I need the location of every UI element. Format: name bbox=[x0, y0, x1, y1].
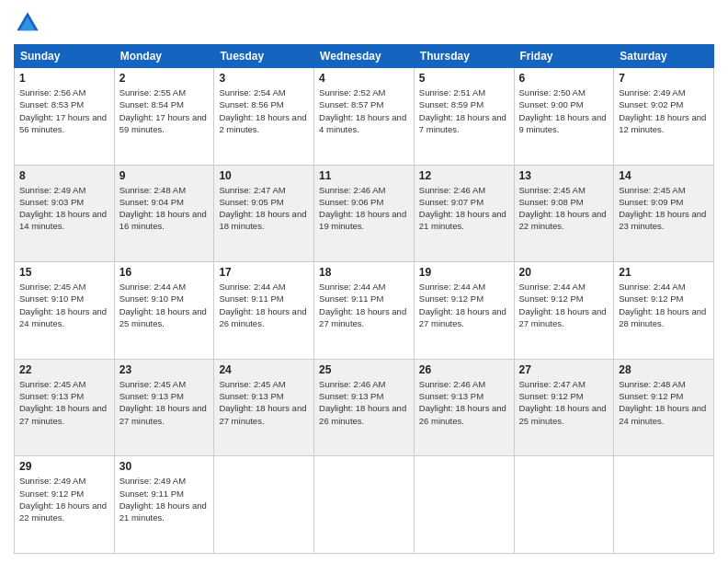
day-number: 15 bbox=[19, 266, 109, 279]
day-number: 14 bbox=[619, 169, 709, 182]
day-info: Sunrise: 2:54 AMSunset: 8:56 PMDaylight:… bbox=[219, 87, 306, 134]
day-number: 25 bbox=[319, 363, 409, 376]
day-info: Sunrise: 2:48 AMSunset: 9:12 PMDaylight:… bbox=[619, 379, 706, 426]
day-info: Sunrise: 2:49 AMSunset: 9:11 PMDaylight:… bbox=[119, 476, 207, 523]
table-cell: 25 Sunrise: 2:46 AMSunset: 9:13 PMDaylig… bbox=[314, 359, 415, 456]
day-number: 7 bbox=[619, 72, 709, 85]
day-info: Sunrise: 2:44 AMSunset: 9:12 PMDaylight:… bbox=[619, 282, 706, 328]
table-cell: 10 Sunrise: 2:47 AMSunset: 9:05 PMDaylig… bbox=[214, 165, 314, 262]
day-info: Sunrise: 2:46 AMSunset: 9:13 PMDaylight:… bbox=[319, 379, 406, 426]
table-cell: 16 Sunrise: 2:44 AMSunset: 9:10 PMDaylig… bbox=[114, 262, 214, 360]
table-cell: 9 Sunrise: 2:48 AMSunset: 9:04 PMDayligh… bbox=[114, 165, 214, 262]
day-info: Sunrise: 2:51 AMSunset: 8:59 PMDaylight:… bbox=[419, 87, 506, 134]
day-number: 24 bbox=[219, 363, 309, 376]
day-number: 8 bbox=[19, 169, 109, 182]
day-info: Sunrise: 2:45 AMSunset: 9:08 PMDaylight:… bbox=[519, 185, 607, 232]
calendar-week-row: 22 Sunrise: 2:45 AMSunset: 9:13 PMDaylig… bbox=[15, 359, 714, 456]
day-info: Sunrise: 2:56 AMSunset: 8:53 PMDaylight:… bbox=[19, 87, 107, 134]
header-monday: Monday bbox=[114, 45, 214, 68]
table-cell: 28 Sunrise: 2:48 AMSunset: 9:12 PMDaylig… bbox=[614, 359, 714, 456]
day-number: 4 bbox=[319, 72, 409, 85]
day-info: Sunrise: 2:52 AMSunset: 8:57 PMDaylight:… bbox=[319, 87, 406, 134]
logo bbox=[14, 9, 45, 37]
day-info: Sunrise: 2:45 AMSunset: 9:13 PMDaylight:… bbox=[119, 379, 207, 426]
table-cell: 29 Sunrise: 2:49 AMSunset: 9:12 PMDaylig… bbox=[15, 456, 115, 554]
day-info: Sunrise: 2:46 AMSunset: 9:07 PMDaylight:… bbox=[419, 185, 506, 232]
table-cell: 4 Sunrise: 2:52 AMSunset: 8:57 PMDayligh… bbox=[314, 68, 415, 166]
day-number: 30 bbox=[119, 460, 210, 473]
table-cell: 26 Sunrise: 2:46 AMSunset: 9:13 PMDaylig… bbox=[414, 359, 514, 456]
day-number: 20 bbox=[519, 266, 609, 279]
day-number: 9 bbox=[119, 169, 210, 182]
day-number: 28 bbox=[619, 363, 709, 376]
day-number: 21 bbox=[619, 266, 709, 279]
header-sunday: Sunday bbox=[15, 45, 115, 68]
page: Sunday Monday Tuesday Wednesday Thursday… bbox=[0, 0, 728, 563]
table-cell: 15 Sunrise: 2:45 AMSunset: 9:10 PMDaylig… bbox=[15, 262, 115, 360]
table-cell bbox=[214, 456, 314, 554]
day-number: 1 bbox=[19, 72, 109, 85]
calendar-week-row: 15 Sunrise: 2:45 AMSunset: 9:10 PMDaylig… bbox=[15, 262, 714, 360]
table-cell: 5 Sunrise: 2:51 AMSunset: 8:59 PMDayligh… bbox=[414, 68, 514, 166]
day-info: Sunrise: 2:44 AMSunset: 9:11 PMDaylight:… bbox=[319, 282, 406, 328]
day-number: 10 bbox=[219, 169, 309, 182]
table-cell bbox=[314, 456, 415, 554]
day-info: Sunrise: 2:49 AMSunset: 9:03 PMDaylight:… bbox=[19, 185, 107, 232]
table-cell: 30 Sunrise: 2:49 AMSunset: 9:11 PMDaylig… bbox=[114, 456, 214, 554]
header-saturday: Saturday bbox=[614, 45, 714, 68]
table-cell: 24 Sunrise: 2:45 AMSunset: 9:13 PMDaylig… bbox=[214, 359, 314, 456]
table-cell: 19 Sunrise: 2:44 AMSunset: 9:12 PMDaylig… bbox=[414, 262, 514, 360]
header-thursday: Thursday bbox=[414, 45, 514, 68]
day-number: 22 bbox=[19, 363, 109, 376]
day-info: Sunrise: 2:49 AMSunset: 9:02 PMDaylight:… bbox=[619, 87, 706, 134]
day-info: Sunrise: 2:45 AMSunset: 9:10 PMDaylight:… bbox=[19, 282, 107, 328]
header-tuesday: Tuesday bbox=[214, 45, 314, 68]
day-number: 5 bbox=[419, 72, 509, 85]
day-number: 12 bbox=[419, 169, 509, 182]
calendar-week-row: 8 Sunrise: 2:49 AMSunset: 9:03 PMDayligh… bbox=[15, 165, 714, 262]
calendar-week-row: 29 Sunrise: 2:49 AMSunset: 9:12 PMDaylig… bbox=[15, 456, 714, 554]
table-cell: 18 Sunrise: 2:44 AMSunset: 9:11 PMDaylig… bbox=[314, 262, 415, 360]
day-info: Sunrise: 2:49 AMSunset: 9:12 PMDaylight:… bbox=[19, 476, 107, 523]
day-info: Sunrise: 2:46 AMSunset: 9:13 PMDaylight:… bbox=[419, 379, 506, 426]
day-info: Sunrise: 2:45 AMSunset: 9:13 PMDaylight:… bbox=[19, 379, 107, 426]
table-cell: 2 Sunrise: 2:55 AMSunset: 8:54 PMDayligh… bbox=[114, 68, 214, 166]
table-cell: 27 Sunrise: 2:47 AMSunset: 9:12 PMDaylig… bbox=[514, 359, 614, 456]
day-info: Sunrise: 2:45 AMSunset: 9:13 PMDaylight:… bbox=[219, 379, 306, 426]
day-number: 27 bbox=[519, 363, 609, 376]
day-number: 29 bbox=[19, 460, 109, 473]
table-cell bbox=[414, 456, 514, 554]
day-info: Sunrise: 2:47 AMSunset: 9:05 PMDaylight:… bbox=[219, 185, 306, 232]
day-number: 26 bbox=[419, 363, 509, 376]
table-cell: 21 Sunrise: 2:44 AMSunset: 9:12 PMDaylig… bbox=[614, 262, 714, 360]
day-info: Sunrise: 2:44 AMSunset: 9:10 PMDaylight:… bbox=[119, 282, 207, 328]
day-number: 16 bbox=[119, 266, 210, 279]
table-cell: 17 Sunrise: 2:44 AMSunset: 9:11 PMDaylig… bbox=[214, 262, 314, 360]
day-info: Sunrise: 2:44 AMSunset: 9:11 PMDaylight:… bbox=[219, 282, 306, 328]
day-number: 2 bbox=[119, 72, 210, 85]
table-cell: 3 Sunrise: 2:54 AMSunset: 8:56 PMDayligh… bbox=[214, 68, 314, 166]
table-cell: 20 Sunrise: 2:44 AMSunset: 9:12 PMDaylig… bbox=[514, 262, 614, 360]
table-cell: 14 Sunrise: 2:45 AMSunset: 9:09 PMDaylig… bbox=[614, 165, 714, 262]
calendar-table: Sunday Monday Tuesday Wednesday Thursday… bbox=[14, 44, 714, 554]
day-info: Sunrise: 2:55 AMSunset: 8:54 PMDaylight:… bbox=[119, 87, 207, 134]
weekday-header-row: Sunday Monday Tuesday Wednesday Thursday… bbox=[15, 45, 714, 68]
table-cell: 13 Sunrise: 2:45 AMSunset: 9:08 PMDaylig… bbox=[514, 165, 614, 262]
table-cell: 6 Sunrise: 2:50 AMSunset: 9:00 PMDayligh… bbox=[514, 68, 614, 166]
day-number: 19 bbox=[419, 266, 509, 279]
logo-icon bbox=[14, 9, 41, 37]
day-number: 23 bbox=[119, 363, 210, 376]
table-cell: 1 Sunrise: 2:56 AMSunset: 8:53 PMDayligh… bbox=[15, 68, 115, 166]
table-cell: 11 Sunrise: 2:46 AMSunset: 9:06 PMDaylig… bbox=[314, 165, 415, 262]
day-number: 11 bbox=[319, 169, 409, 182]
calendar-week-row: 1 Sunrise: 2:56 AMSunset: 8:53 PMDayligh… bbox=[15, 68, 714, 166]
day-info: Sunrise: 2:46 AMSunset: 9:06 PMDaylight:… bbox=[319, 185, 406, 232]
header bbox=[14, 9, 714, 37]
day-info: Sunrise: 2:48 AMSunset: 9:04 PMDaylight:… bbox=[119, 185, 207, 232]
day-number: 17 bbox=[219, 266, 309, 279]
day-number: 3 bbox=[219, 72, 309, 85]
header-friday: Friday bbox=[514, 45, 614, 68]
table-cell: 12 Sunrise: 2:46 AMSunset: 9:07 PMDaylig… bbox=[414, 165, 514, 262]
day-number: 13 bbox=[519, 169, 609, 182]
day-info: Sunrise: 2:45 AMSunset: 9:09 PMDaylight:… bbox=[619, 185, 706, 232]
